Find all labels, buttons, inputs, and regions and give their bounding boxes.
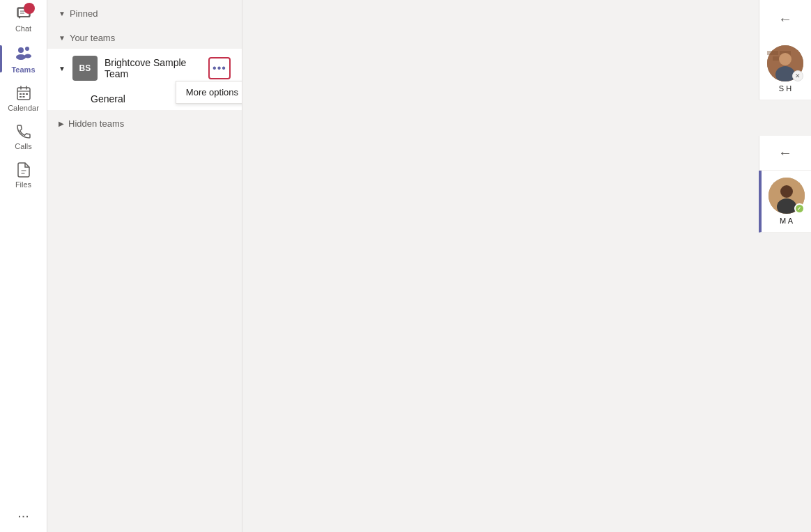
svg-point-2 [18,47,24,53]
channel-name: General [91,93,125,104]
svg-rect-8 [22,93,24,95]
back-arrow-area-2[interactable]: ← [759,136,811,171]
calendar-icon [15,85,32,102]
svg-point-23 [780,185,793,198]
more-options-button[interactable]: ••• [208,57,231,79]
chat-icon-wrapper [15,6,32,22]
pinned-chevron: ▼ [59,10,65,17]
remove-badge-1: ✕ [792,70,803,81]
svg-rect-7 [20,93,22,95]
status-available-badge: ✓ [794,203,805,214]
sidebar-item-chat[interactable]: Chat [0,0,47,38]
right-panel: ← ✕ [242,0,811,532]
hidden-teams-section[interactable]: ▶ Hidden teams [47,110,242,137]
svg-point-5 [24,54,31,58]
svg-rect-10 [20,96,22,97]
svg-rect-15 [767,51,778,55]
svg-point-4 [16,54,26,60]
notification-badge [24,3,35,14]
team-avatar: BS [72,56,98,81]
team-item-brightcove: ▼ BS Brightcove Sample Team ••• More opt… [47,49,242,110]
contact-avatar-2: ✓ [768,178,805,214]
teams-label: Teams [11,65,35,74]
calls-icon [15,123,32,140]
teams-panel: ▼ Pinned ▼ Your teams ▼ BS Brightcove Sa… [47,0,242,532]
sidebar: Chat Teams Calendar Calls [0,0,47,532]
svg-rect-11 [22,96,24,97]
calls-label: Calls [15,142,31,150]
sidebar-item-calls[interactable]: Calls [0,118,47,156]
more-options-tooltip: More options [176,81,242,104]
team-row[interactable]: ▼ BS Brightcove Sample Team ••• More opt… [47,49,242,88]
more-options-nav[interactable]: ... [17,505,29,521]
back-arrow-icon: ← [778,11,792,27]
calendar-label: Calendar [8,104,39,112]
your-teams-section-header[interactable]: ▼ Your teams [47,24,242,49]
hidden-teams-label: Hidden teams [68,118,124,129]
pinned-label: Pinned [70,8,98,19]
sidebar-item-calendar[interactable]: Calendar [0,79,47,118]
sidebar-item-files[interactable]: Files [0,156,47,194]
contact-name-2: M A [780,217,793,225]
contact-card-1[interactable]: ✕ S H [759,38,811,100]
your-teams-label: Your teams [70,33,115,43]
teams-icon [14,44,33,63]
team-expand-chevron: ▼ [59,65,65,72]
hidden-teams-chevron: ▶ [59,120,64,127]
contact-name-1: S H [779,84,791,93]
svg-point-18 [779,53,791,65]
team-name: Brightcove Sample Team [105,57,201,79]
files-label: Files [15,180,31,189]
svg-point-3 [25,47,29,51]
files-icon [15,162,32,178]
contact-card-2[interactable]: ✓ M A [759,171,811,233]
back-arrow-area[interactable]: ← [759,0,811,38]
svg-rect-9 [26,93,28,95]
pinned-section-header[interactable]: ▼ Pinned [47,0,242,24]
your-teams-chevron: ▼ [59,34,65,42]
back-arrow-icon-2: ← [778,145,792,161]
contact-avatar-1: ✕ [767,45,803,81]
sidebar-item-teams[interactable]: Teams [0,38,47,79]
chat-label: Chat [15,24,31,33]
